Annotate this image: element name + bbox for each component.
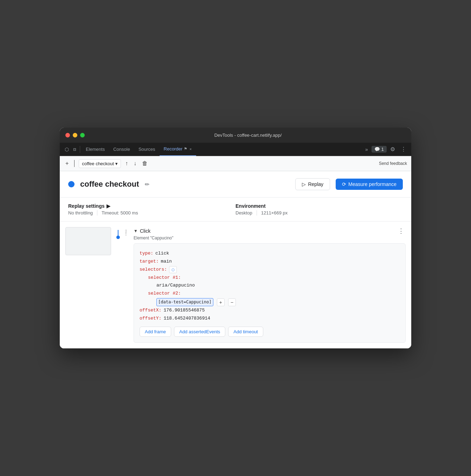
maximize-button[interactable] [80,133,85,137]
code-key-target: target: [140,258,159,265]
env-size: 1211×669 px [261,210,292,216]
steps-area: ❕ ▼ Click ⋮ Element "Cappucino" type: [60,221,411,348]
tab-elements[interactable]: Elements [82,143,109,156]
badge-count: 1 [381,147,384,152]
code-line-selector1-val: aria/Cappucino [156,282,400,289]
step-more-button[interactable]: ⋮ [396,227,406,235]
delete-recording-button[interactable]: 🗑 [141,159,149,168]
export-button[interactable]: ↑ [124,159,129,168]
code-key-offsetY: offsetY: [140,315,161,322]
devtools-right-controls: » 💬 1 ⚙ ⋮ [363,144,408,154]
main-area: coffee checkout ✏ ▷ Replay ⟳ Measure per… [60,171,411,348]
step-warning-icon: ❕ [122,229,129,236]
tab-console[interactable]: Console [109,143,134,156]
env-type: Desktop [236,210,257,216]
title-bar: DevTools - coffee-cart.netlify.app/ [60,128,411,143]
send-feedback-link[interactable]: Send feedback [379,161,407,166]
chat-icon: 💬 [374,147,380,152]
code-line-offsetY: offsetY: 118.6452407836914 [140,315,400,322]
cursor-icon[interactable]: ⬡ [63,147,71,152]
timeout-value: Timeout: 5000 ms [102,210,138,216]
toolbar-separator [74,160,75,167]
code-line-selector2: selector #2: [148,290,400,297]
step-connector [114,230,122,239]
replay-button[interactable]: ▷ Replay [295,178,330,190]
add-frame-button[interactable]: Add frame [140,327,171,337]
code-key-type: type: [140,250,153,257]
close-button[interactable] [65,133,70,137]
step-description: Element "Cappucino" [134,236,406,240]
replay-label: Replay [308,181,323,187]
replay-settings-left: Replay settings ▶ No throttling Timeout:… [68,203,236,216]
add-asserted-events-button[interactable]: Add assertedEvents [174,327,225,337]
step-header: ▼ Click ⋮ [134,227,406,235]
recorder-flag-icon: ⚑ [184,147,187,151]
step-indicator-dot [116,236,120,239]
code-block: type: click target: main selectors: ⬡ [134,243,406,343]
connector-line [118,230,118,236]
chevron-right-icon: ▶ [107,203,110,209]
code-val-selector1: aria/Cappucino [156,282,195,289]
add-timeout-button[interactable]: Add timeout [228,327,263,337]
environment-title: Environment [236,203,403,209]
environment-sub: Desktop 1211×669 px [236,210,403,216]
edit-title-icon[interactable]: ✏ [145,181,149,188]
step-thumbnail [65,227,111,255]
chat-badge-button[interactable]: 💬 1 [372,146,387,153]
recording-status-dot [68,181,75,187]
window-title: DevTools - coffee-cart.netlify.app/ [90,133,406,138]
measure-performance-button[interactable]: ⟳ Measure performance [336,179,403,190]
code-val-offsetX: 176.90185546875 [163,307,205,314]
code-val-target: main [161,258,172,265]
settings-gear-button[interactable]: ⚙ [388,144,397,154]
tab-separator [80,146,80,153]
recording-title: coffee checkout [80,180,139,189]
step-content: ▼ Click ⋮ Element "Cappucino" type: clic… [131,227,406,343]
replay-play-icon: ▷ [302,181,306,187]
code-key-selector2: selector #2: [148,290,181,297]
code-line-selectors: selectors: ⬡ [140,266,400,274]
tab-close-icon[interactable]: × [189,147,192,151]
step-type-label: Click [140,228,150,234]
table-row: ❕ ▼ Click ⋮ Element "Cappucino" type: [60,224,411,346]
devtools-window: DevTools - coffee-cart.netlify.app/ ⬡ ⧈ … [60,128,411,348]
chevron-down-icon: ▾ [115,161,118,166]
recording-dropdown[interactable]: coffee checkout ▾ [79,159,121,168]
selector2-add-button[interactable]: + [217,298,225,306]
selector2-remove-button[interactable]: − [228,298,236,306]
code-line-selector2-val: [data-test=Cappucino] + − [156,298,400,306]
recorder-toolbar: + coffee checkout ▾ ↑ ↓ 🗑 Send feedback [60,156,411,171]
more-options-button[interactable]: ⋮ [399,144,408,154]
code-val-type: click [155,250,169,257]
replay-settings-sub: No throttling Timeout: 5000 ms [68,210,236,216]
replay-settings-title[interactable]: Replay settings ▶ [68,203,236,209]
code-key-offsetX: offsetX: [140,307,161,314]
code-key-selector1: selector #1: [148,274,181,282]
settings-section: Replay settings ▶ No throttling Timeout:… [60,198,411,221]
add-recording-button[interactable]: + [64,159,70,168]
action-buttons: Add frame Add assertedEvents Add timeout [140,327,400,337]
code-line-type: type: click [140,250,400,257]
recording-name: coffee checkout [82,161,114,166]
step-expand-icon[interactable]: ▼ [134,229,138,233]
code-key-selectors: selectors: [140,266,167,274]
code-line-offsetX: offsetX: 176.90185546875 [140,307,400,314]
more-tabs-icon[interactable]: » [363,147,370,152]
tab-recorder[interactable]: Recorder ⚑ × [160,143,196,156]
selector2-highlight: [data-test=Cappucino] [156,298,213,306]
recording-header: coffee checkout ✏ ▷ Replay ⟳ Measure per… [60,171,411,198]
devtools-tab-bar: ⬡ ⧈ Elements Console Sources Recorder ⚑ … [60,143,411,156]
mobile-icon[interactable]: ⧈ [71,146,78,152]
code-line-selector1: selector #1: [148,274,400,282]
throttling-value: No throttling [68,210,97,216]
environment-section: Environment Desktop 1211×669 px [236,203,403,216]
import-button[interactable]: ↓ [132,159,138,168]
code-val-offsetY: 118.6452407836914 [163,315,210,322]
selector-inspect-button[interactable]: ⬡ [169,266,177,273]
minimize-button[interactable] [73,133,77,137]
traffic-lights [65,133,85,137]
tab-sources[interactable]: Sources [134,143,160,156]
measure-label: Measure performance [348,181,396,187]
measure-icon: ⟳ [342,181,346,187]
code-line-target: target: main [140,258,400,265]
